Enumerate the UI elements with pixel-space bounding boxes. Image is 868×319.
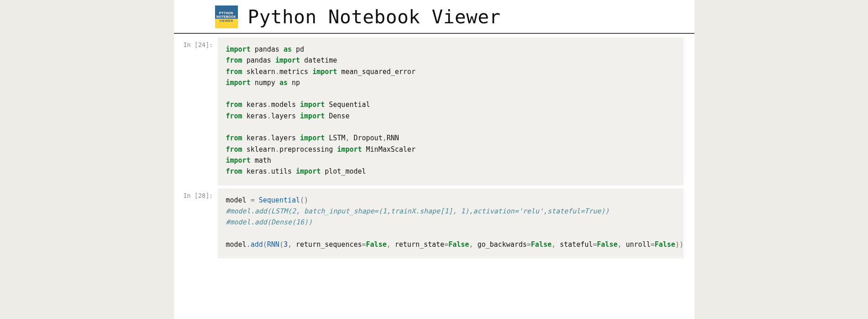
logo-text-line3: VIEWER (219, 19, 233, 22)
code-line: import pandas as pd (226, 44, 675, 55)
code-token: unroll (626, 240, 651, 249)
code-token: False (597, 240, 617, 249)
code-token: sklearn (242, 68, 275, 76)
code-token (556, 240, 560, 249)
notebook-container: In [24]:import pandas as pdfrom pandas i… (174, 34, 694, 258)
code-token: stateful (560, 240, 593, 249)
code-token: RNN (387, 134, 399, 142)
code-token: from (226, 167, 242, 175)
code-token: model (226, 240, 247, 249)
logo-text-line2: NOTEBOOK (216, 15, 236, 18)
code-token: LSTM (325, 134, 345, 142)
code-token: math (251, 156, 271, 165)
code-token: . (267, 167, 271, 175)
code-line: from sklearn.preprocessing import MinMax… (226, 144, 675, 155)
code-token: False (655, 240, 675, 249)
code-token: utils (271, 167, 296, 175)
code-token: keras (242, 101, 267, 109)
code-input-area[interactable]: import pandas as pdfrom pandas import da… (218, 37, 684, 186)
code-token (391, 240, 395, 249)
code-line: model = Sequential() (226, 195, 675, 206)
code-token: False (366, 240, 387, 249)
code-token: import (300, 112, 325, 120)
code-token: = (651, 240, 655, 249)
code-line (226, 228, 675, 239)
code-token: go_backwards (477, 240, 526, 249)
code-token: keras (242, 167, 267, 175)
code-token: False (531, 240, 552, 249)
app-title: Python Notebook Viewer (248, 6, 501, 28)
code-token: add (251, 240, 263, 249)
code-line: from keras.layers import LSTM, Dropout,R… (226, 133, 675, 144)
code-token: #model.add(LSTM(2, batch_input_shape=(1,… (226, 207, 610, 215)
code-line: #model.add(Dense(16)) (226, 217, 675, 228)
code-token: = (444, 240, 448, 249)
code-token: import (275, 56, 300, 64)
code-token: import (296, 167, 321, 175)
code-token: from (226, 134, 242, 142)
code-token (622, 240, 626, 249)
code-token: import (226, 79, 251, 87)
input-prompt: In [24]: (174, 37, 218, 48)
code-token: pandas (251, 45, 284, 53)
code-token: import (300, 101, 325, 109)
code-token: numpy (251, 79, 279, 87)
code-line: from pandas import datetime (226, 55, 675, 66)
code-line: model.add(RNN(3, return_sequences=False,… (226, 239, 675, 250)
code-token: () (300, 196, 308, 204)
code-line (226, 88, 675, 99)
code-token: MinMaxScaler (362, 145, 416, 154)
code-token: import (226, 45, 251, 53)
code-token: return_state (395, 240, 444, 249)
code-token: , (383, 134, 387, 142)
code-token: from (226, 68, 242, 76)
code-token: = (362, 240, 366, 249)
code-token: Dropout (349, 134, 382, 142)
code-token: as (284, 45, 292, 53)
code-token: model (226, 196, 251, 204)
code-token: . (275, 68, 279, 76)
code-line: #model.add(LSTM(2, batch_input_shape=(1,… (226, 206, 675, 217)
code-token: = (593, 240, 597, 249)
code-token: import (312, 68, 337, 76)
code-token: pd (292, 45, 304, 53)
page-container: PYTHON NOTEBOOK VIEWER Python Notebook V… (174, 0, 694, 319)
code-token: = (251, 196, 255, 204)
code-line: from keras.models import Sequential (226, 99, 675, 110)
code-token: = (527, 240, 531, 249)
code-token: plot_model (321, 167, 366, 175)
code-token: ( (279, 240, 284, 249)
code-token: from (226, 112, 242, 120)
code-token (255, 196, 259, 204)
code-token: #model.add(Dense(16)) (226, 218, 313, 226)
code-token: keras (242, 134, 267, 142)
code-token: . (267, 134, 271, 142)
code-line: import numpy as np (226, 77, 675, 88)
logo-bottom: VIEWER (215, 19, 238, 28)
code-token: layers (271, 134, 300, 142)
code-token: models (271, 101, 300, 109)
code-token: . (267, 112, 271, 120)
logo-text-line1: PYTHON (219, 11, 233, 15)
code-token: import (300, 134, 325, 142)
code-line (226, 122, 675, 133)
code-token: keras (242, 112, 267, 120)
header-bar: PYTHON NOTEBOOK VIEWER Python Notebook V… (174, 0, 694, 34)
code-line: import math (226, 155, 675, 166)
input-prompt: In [28]: (174, 188, 218, 199)
code-token: pandas (242, 56, 275, 64)
code-token: sklearn (242, 145, 275, 154)
code-token: Sequential (325, 101, 370, 109)
code-token: Sequential (259, 196, 300, 204)
code-token: from (226, 56, 242, 64)
code-token: , (552, 240, 556, 249)
code-token: mean_squared_error (337, 68, 416, 76)
code-token: ( (263, 240, 267, 249)
code-token: . (247, 240, 251, 249)
logo-top: PYTHON NOTEBOOK (215, 5, 238, 19)
code-line: from sklearn.metrics import mean_squared… (226, 66, 675, 77)
code-input-area[interactable]: model = Sequential()#model.add(LSTM(2, b… (218, 188, 684, 258)
code-token: datetime (300, 56, 337, 64)
code-token: RNN (267, 240, 279, 249)
code-token: Dense (325, 112, 349, 120)
